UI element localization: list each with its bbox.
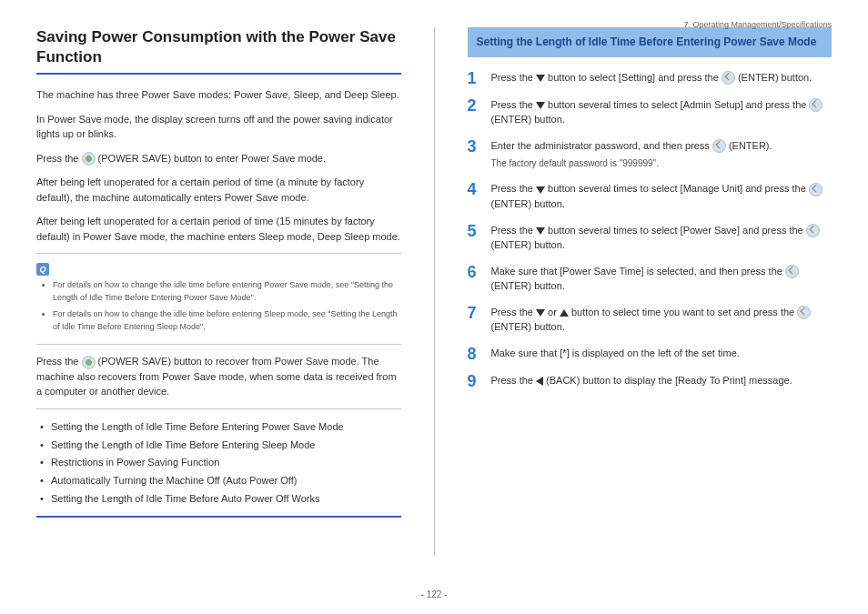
step-number: 2 xyxy=(468,97,484,127)
step-number: 5 xyxy=(468,223,484,253)
enter-button-icon xyxy=(806,224,820,237)
step-item: 8Make sure that [*] is displayed on the … xyxy=(468,346,833,362)
toc-item: Setting the Length of Idle Time Before A… xyxy=(51,490,401,508)
step-item: 3Enter the administrator password, and t… xyxy=(468,138,833,171)
document-page: 7. Operating Management/Specifications S… xyxy=(0,0,868,614)
breadcrumb: 7. Operating Management/Specifications xyxy=(683,20,832,29)
step-number: 8 xyxy=(468,346,484,362)
step-text: Press the button several times to select… xyxy=(491,181,833,211)
down-arrow-icon xyxy=(536,227,545,235)
step-text: Press the button several times to select… xyxy=(491,97,833,127)
step-item: 9Press the (BACK) button to display the … xyxy=(468,373,833,389)
step-item: 2Press the button several times to selec… xyxy=(468,97,833,127)
step-number: 6 xyxy=(468,264,484,294)
down-arrow-icon xyxy=(536,309,545,317)
step-item: 5Press the button several times to selec… xyxy=(468,223,833,253)
step-number: 7 xyxy=(468,305,484,335)
power-save-icon xyxy=(82,152,96,166)
enter-button-icon xyxy=(722,71,735,85)
step-list: 1Press the button to select [Setting] an… xyxy=(468,70,833,389)
divider xyxy=(36,408,401,409)
step-text: Make sure that [Power Save Time] is sele… xyxy=(491,264,833,294)
divider xyxy=(36,253,401,254)
enter-button-icon xyxy=(809,98,823,112)
step-number: 9 xyxy=(468,373,484,389)
step-text: Press the button to select [Setting] and… xyxy=(491,70,833,86)
step-number: 3 xyxy=(468,138,484,171)
toc-item: Automatically Turning the Machine Off (A… xyxy=(51,472,401,490)
power-save-icon xyxy=(82,356,96,369)
down-arrow-icon xyxy=(536,75,545,82)
step-item: 7Press the or button to select time you … xyxy=(468,305,833,335)
step-subnote: The factory default password is "999999"… xyxy=(491,156,833,170)
down-arrow-icon xyxy=(536,102,545,109)
enter-button-icon xyxy=(809,183,823,196)
paragraph: After being left unoperated for a certai… xyxy=(36,214,401,244)
right-column: Setting the Length of Idle Time Before E… xyxy=(468,27,833,555)
note-item: For details on how to change the idle ti… xyxy=(53,279,401,304)
step-item: 1Press the button to select [Setting] an… xyxy=(468,70,833,86)
column-divider xyxy=(434,27,435,555)
toc-item: Restrictions in Power Saving Function xyxy=(51,454,401,472)
enter-button-icon xyxy=(785,265,799,278)
step-text: Enter the administrator password, and th… xyxy=(491,138,833,171)
step-number: 4 xyxy=(468,181,484,211)
toc-item: Setting the Length of Idle Time Before E… xyxy=(51,418,401,437)
section-heading: Setting the Length of Idle Time Before E… xyxy=(468,27,833,57)
note-list: For details on how to change the idle ti… xyxy=(36,279,401,333)
step-text: Make sure that [*] is displayed on the l… xyxy=(491,346,833,362)
paragraph: The machine has three Power Save modes: … xyxy=(36,87,401,103)
toc-item: Setting the Length of Idle Time Before E… xyxy=(51,437,401,455)
paragraph: Press the (POWER SAVE) button to enter P… xyxy=(36,151,401,166)
toc-list: Setting the Length of Idle Time Before E… xyxy=(36,418,401,508)
divider xyxy=(36,344,401,345)
step-text: Press the or button to select time you w… xyxy=(491,305,833,335)
step-item: 4Press the button several times to selec… xyxy=(468,181,833,211)
paragraph: In Power Save mode, the display screen t… xyxy=(36,112,401,142)
down-arrow-icon xyxy=(536,186,545,194)
step-text: Press the (BACK) button to display the [… xyxy=(491,373,833,389)
paragraph: Press the (POWER SAVE) button to recover… xyxy=(36,354,401,399)
section-rule xyxy=(36,516,401,518)
left-column: Saving Power Consumption with the Power … xyxy=(36,27,401,555)
paragraph: After being left unoperated for a certai… xyxy=(36,175,401,205)
step-number: 1 xyxy=(468,70,484,86)
info-icon: Q xyxy=(36,263,49,276)
step-text: Press the button several times to select… xyxy=(491,223,833,253)
left-arrow-icon xyxy=(536,377,543,386)
enter-button-icon xyxy=(797,306,811,319)
title-rule xyxy=(36,73,401,75)
page-number: - 122 - xyxy=(0,589,868,599)
step-item: 6Make sure that [Power Save Time] is sel… xyxy=(468,264,833,294)
note-item: For details on how to change the idle ti… xyxy=(53,308,401,333)
enter-button-icon xyxy=(712,139,726,153)
page-title: Saving Power Consumption with the Power … xyxy=(36,27,401,67)
up-arrow-icon xyxy=(560,309,569,317)
